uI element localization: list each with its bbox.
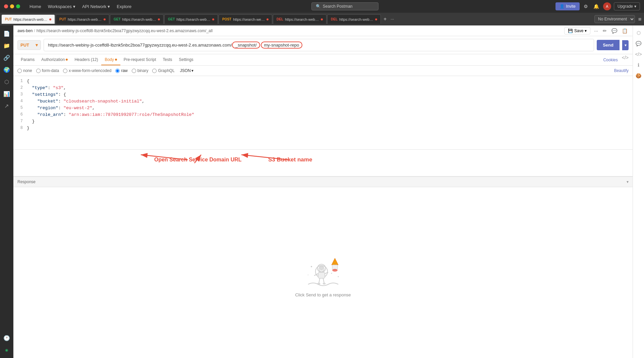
main-layout: 📄 📁 🔗 🌍 ⬡ 📊 ↗ 🕐 ◉ aws-ben / https://sear… — [0, 25, 644, 358]
radio-form-data[interactable] — [36, 69, 41, 73]
radio-binary[interactable] — [132, 69, 136, 73]
send-button[interactable]: Send — [597, 40, 620, 50]
tab-headers[interactable]: Headers (12) — [71, 55, 101, 65]
environment-selector: No Environment ⊞ — [594, 15, 643, 23]
response-header[interactable]: Response ▾ — [13, 177, 633, 187]
tab-settings[interactable]: Settings — [176, 55, 197, 65]
info-icon[interactable]: 📋 — [621, 27, 629, 34]
search-box[interactable]: 🔍 Search Postman — [311, 2, 378, 10]
option-binary[interactable]: binary — [132, 68, 149, 73]
radio-urlencoded[interactable] — [63, 69, 67, 73]
right-cookie-icon[interactable]: 🍪 — [634, 71, 643, 80]
sidebar-share-icon[interactable]: ↗ — [1, 100, 12, 111]
tab-label-0: https://search-webiny-... — [13, 17, 48, 21]
line-num-2: 2 — [13, 85, 27, 92]
nav-home[interactable]: Home — [27, 3, 44, 10]
radio-raw[interactable] — [115, 69, 120, 73]
sidebar-new-icon[interactable]: 📄 — [1, 28, 12, 39]
right-code-icon[interactable]: </> — [634, 50, 643, 59]
nav-api-network[interactable]: API Network ▾ — [79, 3, 113, 10]
traffic-lights — [4, 4, 20, 8]
tab-method-2: GET — [114, 17, 121, 21]
right-comment-icon[interactable]: 💬 — [634, 39, 643, 48]
tab-method-4: POST — [222, 17, 231, 21]
body-options: none form-data x-www-form-urlencoded raw… — [13, 66, 633, 76]
environment-dropdown[interactable]: No Environment — [594, 15, 635, 23]
annotations-area: Open Search Service Domain URL S3 Bucket… — [13, 150, 633, 176]
annotation-label-2: S3 Bucket name — [268, 156, 312, 163]
tab-0[interactable]: PUT https://search-webiny-... — [1, 14, 55, 24]
line-num-6: 6 — [13, 112, 27, 119]
format-dropdown-icon: ▾ — [191, 68, 193, 73]
nav-workspaces[interactable]: Workspaces ▾ — [45, 3, 78, 10]
tab-4[interactable]: POST https://search-webiny-... — [219, 14, 272, 24]
tab-tests[interactable]: Tests — [159, 55, 175, 65]
sidebar-environments-icon[interactable]: 🌍 — [1, 64, 12, 75]
edit-icon[interactable]: ✏ — [602, 27, 608, 34]
tab-pre-request[interactable]: Pre-request Script — [120, 55, 160, 65]
tab-6[interactable]: DEL https://search-webiny-... — [327, 14, 381, 24]
sidebar-monitor-icon[interactable]: 📊 — [1, 88, 12, 99]
more-options-button[interactable]: ··· — [593, 27, 599, 34]
line-content-5: "region": "eu-west-2", — [27, 105, 633, 112]
option-raw[interactable]: raw — [115, 68, 127, 73]
right-info-icon[interactable]: ℹ — [634, 60, 643, 70]
code-icon[interactable]: </> — [622, 55, 629, 65]
sidebar-history-icon[interactable]: 🕐 — [1, 333, 12, 343]
code-line-5: 5 "region": "eu-west-2", — [13, 105, 633, 112]
format-selector[interactable]: JSON ▾ — [179, 68, 195, 74]
nav-explore[interactable]: Explore — [114, 3, 134, 10]
request-tabs: Params Authorization Headers (12) Body P… — [13, 54, 633, 66]
breadcrumb: aws-ben / https://search-webiny-js-cceff… — [13, 25, 633, 36]
titlebar: Home Workspaces ▾ API Network ▾ Explore … — [0, 0, 644, 13]
invite-icon: 👤 — [560, 4, 565, 9]
tab-3[interactable]: GET https://search-webiny-... — [164, 14, 218, 24]
line-content-1: { — [27, 79, 633, 85]
code-editor[interactable]: 1 { 2 "type": "s3", 3 "settings": { 4 "b… — [13, 76, 633, 150]
tab-authorization[interactable]: Authorization — [38, 55, 71, 65]
invite-button[interactable]: 👤 Invite — [555, 2, 580, 10]
sidebar-mock-icon[interactable]: ⬡ — [1, 76, 12, 87]
line-content-8: } — [27, 126, 633, 132]
option-graphql[interactable]: GraphQL — [152, 68, 174, 73]
maximize-button[interactable] — [16, 4, 20, 8]
comment-icon[interactable]: 💬 — [610, 27, 618, 34]
minimize-button[interactable] — [10, 4, 14, 8]
more-tabs-button[interactable]: ··· — [389, 17, 396, 21]
beautify-button[interactable]: Beautify — [614, 68, 629, 73]
tab-dot-2 — [158, 18, 160, 20]
right-build-icon[interactable]: ⬡ — [634, 28, 643, 38]
tab-1[interactable]: PUT https://search-webiny-... — [56, 14, 109, 24]
add-tab-button[interactable]: + — [382, 16, 389, 22]
upgrade-button[interactable]: Upgrade ▾ — [614, 2, 640, 10]
breadcrumb-workspace[interactable]: aws-ben — [17, 28, 33, 33]
avatar-icon[interactable]: A — [603, 2, 611, 10]
environment-icon[interactable]: ⊞ — [637, 16, 643, 23]
url-display[interactable]: https://search-webiny-js-cceffd8-lbznk5n… — [44, 39, 594, 51]
send-dropdown-button[interactable]: ▾ — [622, 40, 629, 50]
close-button[interactable] — [4, 4, 8, 8]
tab-2[interactable]: GET https://search-webiny-... — [110, 14, 164, 24]
option-none[interactable]: none — [17, 68, 32, 73]
bell-icon[interactable]: 🔔 — [592, 2, 600, 10]
tab-dot-6 — [375, 18, 377, 20]
radio-graphql[interactable] — [152, 69, 157, 73]
sidebar-collections-icon[interactable]: 📁 — [1, 40, 12, 51]
save-button[interactable]: 💾 Save ▾ — [564, 27, 590, 34]
svg-rect-7 — [318, 272, 325, 278]
arrows-svg — [13, 150, 633, 176]
tab-5[interactable]: DEL https://search-webiny-... — [273, 14, 327, 24]
sidebar-settings-icon[interactable]: ◉ — [1, 345, 12, 355]
cookies-link[interactable]: Cookies — [602, 55, 619, 65]
settings-icon[interactable]: ⚙ — [582, 2, 589, 10]
line-content-6: "role_arn": "arn:aws:iam::787091992077:r… — [27, 112, 633, 119]
left-sidebar: 📄 📁 🔗 🌍 ⬡ 📊 ↗ 🕐 ◉ — [0, 25, 13, 358]
option-form-data[interactable]: form-data — [36, 68, 59, 73]
radio-none[interactable] — [17, 69, 22, 73]
sidebar-apis-icon[interactable]: 🔗 — [1, 52, 12, 63]
option-urlencoded[interactable]: x-www-form-urlencoded — [63, 68, 111, 73]
tab-body[interactable]: Body — [101, 55, 120, 65]
tab-params[interactable]: Params — [17, 55, 38, 65]
annotation-label-1: Open Search Service Domain URL — [154, 156, 242, 163]
method-selector[interactable]: PUT ▾ — [17, 40, 41, 50]
